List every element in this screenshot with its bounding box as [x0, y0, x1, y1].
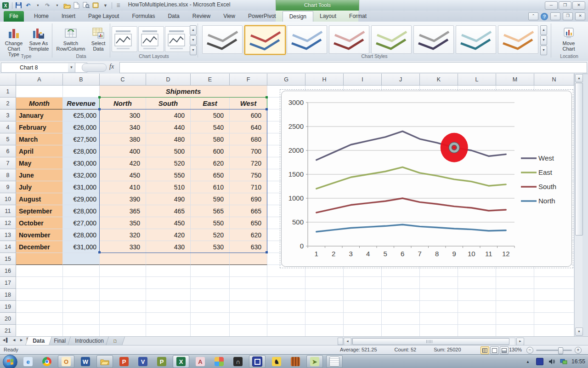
taskbar-publisher[interactable]: P — [154, 356, 170, 368]
help-icon[interactable]: ? — [541, 13, 548, 20]
cell[interactable]: 450 — [100, 169, 146, 181]
start-button[interactable] — [3, 355, 17, 368]
row-header-13[interactable]: 13 — [0, 229, 16, 241]
cell[interactable]: 600 — [230, 109, 267, 121]
workbook-restore-icon[interactable]: ❐ — [563, 12, 573, 20]
row-header-1[interactable]: 1 — [0, 86, 16, 98]
cell[interactable] — [191, 265, 230, 277]
column-header-E[interactable]: E — [191, 74, 230, 86]
column-header-L[interactable]: L — [458, 74, 496, 86]
chart-style-thumbnail[interactable] — [329, 25, 369, 54]
cell[interactable] — [458, 301, 496, 313]
row-header-18[interactable]: 18 — [0, 289, 16, 301]
chart-layout-thumbnail[interactable] — [138, 26, 164, 52]
cell[interactable]: December — [16, 241, 63, 253]
cell[interactable]: 550 — [146, 169, 191, 181]
cell[interactable]: October — [16, 217, 63, 229]
cell[interactable]: 380 — [100, 133, 146, 145]
cell[interactable]: 540 — [191, 121, 230, 133]
cell[interactable] — [267, 277, 305, 289]
cell[interactable] — [100, 253, 146, 265]
cell[interactable] — [305, 301, 344, 313]
vertical-scroll-thumb[interactable] — [575, 83, 583, 236]
cell[interactable] — [146, 253, 191, 265]
column-header-G[interactable]: G — [267, 74, 305, 86]
cell[interactable] — [267, 301, 305, 313]
insert-worksheet-tab[interactable]: 🗋 — [106, 337, 125, 345]
cell[interactable] — [191, 253, 230, 265]
tab-powerpivot[interactable]: PowerPivot — [242, 11, 283, 22]
zoom-in-icon[interactable]: + — [575, 347, 582, 354]
page-layout-view-button[interactable] — [490, 346, 499, 354]
cell[interactable] — [63, 86, 100, 98]
cell[interactable] — [230, 253, 267, 265]
cell[interactable]: 490 — [146, 193, 191, 205]
cell[interactable] — [16, 277, 63, 289]
cell[interactable]: €32,000 — [63, 169, 100, 181]
cell[interactable]: 420 — [100, 157, 146, 169]
cell[interactable] — [100, 277, 146, 289]
cell[interactable] — [496, 301, 534, 313]
row-header-21[interactable]: 21 — [0, 325, 16, 336]
cell[interactable] — [16, 325, 63, 336]
cell[interactable]: Month — [16, 98, 63, 109]
column-header-J[interactable]: J — [382, 74, 420, 86]
cell[interactable] — [16, 86, 63, 98]
cell[interactable] — [458, 313, 496, 325]
cell[interactable]: 330 — [100, 241, 146, 253]
cell[interactable]: 600 — [191, 145, 230, 157]
cell[interactable] — [100, 301, 146, 313]
cell[interactable]: 680 — [230, 133, 267, 145]
row-header-20[interactable]: 20 — [0, 313, 16, 325]
chart-style-thumbnail[interactable] — [287, 25, 327, 54]
scroll-down-icon[interactable]: ▼ — [575, 328, 583, 336]
column-header-H[interactable]: H — [305, 74, 344, 86]
chart-style-thumbnail[interactable] — [202, 25, 243, 54]
row-header-11[interactable]: 11 — [0, 205, 16, 217]
zoom-track[interactable] — [536, 350, 572, 351]
cell[interactable] — [496, 289, 534, 301]
column-header-F[interactable]: F — [230, 74, 267, 86]
chart-style-thumbnail[interactable] — [456, 25, 496, 54]
cell[interactable]: East — [191, 98, 230, 109]
cell[interactable]: 340 — [100, 121, 146, 133]
cell[interactable]: 750 — [230, 169, 267, 181]
cell[interactable] — [534, 313, 574, 325]
row-header-9[interactable]: 9 — [0, 181, 16, 193]
cell[interactable]: West — [230, 98, 267, 109]
first-sheet-icon[interactable]: ◄▌ — [1, 337, 10, 343]
cell[interactable]: 430 — [146, 241, 191, 253]
cell[interactable]: February — [16, 121, 63, 133]
cell[interactable]: 710 — [230, 181, 267, 193]
vm-tray-icon[interactable] — [536, 357, 544, 366]
cell[interactable] — [534, 325, 574, 336]
cell[interactable] — [420, 289, 458, 301]
cell[interactable] — [382, 313, 420, 325]
cell[interactable] — [534, 277, 574, 289]
cell[interactable]: €30,000 — [63, 157, 100, 169]
cell[interactable] — [230, 289, 267, 301]
row-header-4[interactable]: 4 — [0, 121, 16, 133]
cell[interactable]: 365 — [100, 205, 146, 217]
dropdown-icon[interactable]: ▼ — [53, 1, 61, 9]
tab-formulas[interactable]: Formulas — [125, 11, 161, 22]
cell[interactable] — [146, 325, 191, 336]
chart-style-thumbnail[interactable] — [413, 25, 454, 54]
cell[interactable]: 320 — [100, 229, 146, 241]
gallery-up-icon[interactable]: ▲ — [190, 25, 197, 35]
cell[interactable]: 520 — [146, 157, 191, 169]
cell[interactable]: 465 — [146, 205, 191, 217]
cell[interactable]: April — [16, 145, 63, 157]
taskbar-access[interactable]: A — [192, 356, 208, 368]
cell[interactable] — [344, 313, 382, 325]
cell[interactable] — [420, 301, 458, 313]
cell[interactable]: €28,000 — [63, 229, 100, 241]
cell[interactable]: 400 — [100, 145, 146, 157]
row-header-19[interactable]: 19 — [0, 301, 16, 313]
select-all-corner[interactable] — [0, 74, 16, 86]
horizontal-scroll-thumb[interactable] — [352, 338, 509, 345]
taskbar-bird-app[interactable]: ♞ — [269, 356, 284, 368]
cell[interactable] — [458, 277, 496, 289]
cell[interactable] — [63, 313, 100, 325]
tab-insert[interactable]: Insert — [55, 11, 82, 22]
